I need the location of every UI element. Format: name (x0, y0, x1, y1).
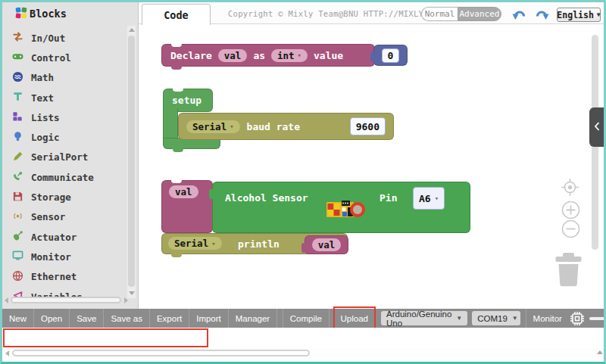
scroll-left-icon[interactable] (5, 297, 8, 303)
logic-icon (12, 131, 23, 145)
number-input[interactable]: 0 (382, 48, 400, 63)
import-button[interactable]: Import (189, 309, 229, 328)
monitor-button[interactable]: Monitor (526, 309, 569, 328)
sidebar-item-monitor[interactable]: Monitor (2, 247, 127, 266)
setup-block-body[interactable] (163, 109, 178, 141)
blockly-workspace[interactable]: Declare val as int▾ value 0 setup Serial… (139, 24, 604, 309)
status-area: Upload success! (2, 328, 604, 348)
alcohol-sensor-block[interactable]: Alcohol Sensor Pin A6▾ (212, 182, 470, 233)
redo-icon[interactable] (533, 5, 550, 22)
declare-keyword: Declare (170, 50, 212, 61)
variable-name-field[interactable]: val (218, 49, 248, 62)
language-dropdown[interactable]: English▼ (557, 8, 601, 22)
compile-button[interactable]: Compile (283, 309, 330, 328)
sidebar-header: Blocks (2, 2, 139, 25)
math-icon (12, 71, 23, 85)
top-bar: Code Copyright © Mixly Team@BNU HTTP://M… (139, 2, 604, 24)
lists-icon (12, 110, 23, 124)
serial-dropdown[interactable]: Serial▾ (186, 120, 240, 133)
communicate-icon (12, 170, 23, 184)
serialport-icon (12, 151, 23, 164)
sidebar-title: Blocks (30, 8, 67, 20)
advanced-mode-button[interactable]: Advanced (458, 7, 501, 21)
variable-name-field[interactable]: val (169, 185, 198, 198)
actuator-icon (12, 230, 23, 244)
assign-variable-block[interactable]: val (161, 180, 213, 233)
sidebar-item-ethernet[interactable]: Ethernet (2, 267, 127, 287)
toolbar-spacer (277, 309, 283, 328)
save-as-button[interactable]: Save as (104, 309, 150, 328)
sidebar-item-text[interactable]: Text (2, 88, 127, 107)
scroll-left-icon[interactable] (5, 350, 9, 356)
scroll-down-icon[interactable] (129, 291, 135, 295)
sidebar-item-actuator[interactable]: Actuator (2, 227, 127, 247)
chevron-down-icon: ▼ (451, 315, 462, 322)
variable-value-block[interactable]: val (305, 235, 348, 254)
sensor-label: Alcohol Sensor (225, 192, 308, 204)
control-icon (12, 51, 23, 64)
normal-mode-button[interactable]: Normal (421, 7, 458, 21)
new-button[interactable]: New (2, 309, 34, 328)
zoom-out-button[interactable] (561, 219, 580, 241)
sidebar-item-inout[interactable]: In/Out (2, 28, 127, 48)
port-select[interactable]: COM19▼ (472, 311, 520, 325)
mode-toggle: Normal Advanced (421, 7, 501, 21)
sidebar-item-math[interactable]: Math (2, 68, 127, 88)
export-button[interactable]: Export (150, 309, 189, 328)
chevron-down-icon: ▼ (508, 315, 518, 322)
upload-button[interactable]: Upload (334, 309, 376, 328)
center-view-button[interactable] (560, 177, 580, 201)
scroll-up-icon[interactable] (597, 350, 603, 354)
collapse-panel-button[interactable] (589, 107, 604, 147)
board-select[interactable]: Arduino/Genuino Uno▼ (381, 311, 467, 325)
sidebar-item-sensor[interactable]: Sensor (2, 207, 127, 227)
type-dropdown[interactable]: int▾ (271, 49, 308, 62)
undo-icon[interactable] (511, 5, 528, 22)
variable-name-field[interactable]: val (312, 238, 342, 251)
value-label: value (314, 50, 343, 61)
alcohol-sensor-image (326, 197, 366, 226)
monitor-icon (12, 250, 23, 263)
horizontal-scrollbar[interactable] (12, 350, 310, 356)
chevron-down-icon: ▾ (298, 51, 301, 59)
puzzle-icon (15, 7, 27, 21)
scroll-right-icon[interactable] (124, 297, 128, 303)
serial-dropdown[interactable]: Serial▾ (168, 237, 222, 250)
zoom-slider[interactable] (589, 309, 604, 328)
manager-button[interactable]: Manager (229, 309, 277, 328)
sidebar-item-serialport[interactable]: SerialPort (2, 148, 127, 167)
sidebar-item-lists[interactable]: Lists (2, 107, 127, 127)
copyright-text: Copyright © Mixly Team@BNU HTTP://MIXLY.… (228, 9, 444, 18)
as-label: as (253, 50, 265, 61)
mixly-window: Blocks In/Out Control Math Text Lists Lo… (0, 0, 606, 364)
baud-rate-label: baud rate (247, 121, 300, 132)
in-out-icon (12, 31, 23, 45)
serial-println-block[interactable]: Serial▾ println val (161, 233, 348, 254)
sidebar-item-control[interactable]: Control (2, 48, 127, 67)
text-icon (12, 91, 23, 104)
sidebar-scrollbar-thumb[interactable] (128, 36, 135, 287)
serial-baud-rate-block[interactable]: Serial▾ baud rate 9600 (178, 113, 394, 140)
pin-label: Pin (380, 192, 397, 204)
sidebar-item-storage[interactable]: Storage (2, 187, 127, 207)
tab-code[interactable]: Code (142, 4, 211, 25)
chevron-down-icon: ▾ (435, 194, 439, 202)
ethernet-icon (12, 270, 23, 284)
sidebar-horizontal-scrollbar[interactable] (11, 297, 121, 303)
println-label: println (238, 238, 280, 250)
trash-icon[interactable] (554, 251, 583, 291)
open-button[interactable]: Open (34, 309, 70, 328)
sidebar-item-communicate[interactable]: Communicate (2, 167, 127, 187)
bottom-toolbar: New Open Save Save as Export Import Mana… (2, 309, 604, 328)
baud-rate-input[interactable]: 9600 (350, 117, 386, 135)
storage-icon (12, 191, 23, 204)
chip-icon[interactable] (569, 310, 586, 327)
save-button[interactable]: Save (70, 309, 104, 328)
declare-variable-block[interactable]: Declare val as int▾ value (161, 44, 375, 67)
sidebar-item-logic[interactable]: Logic (2, 127, 127, 147)
chevron-down-icon: ▾ (230, 123, 233, 130)
blocks-sidebar: Blocks In/Out Control Math Text Lists Lo… (2, 2, 139, 309)
pin-dropdown[interactable]: A6▾ (413, 187, 445, 210)
scroll-up-icon[interactable] (129, 28, 135, 32)
number-block[interactable]: 0 (373, 45, 408, 66)
